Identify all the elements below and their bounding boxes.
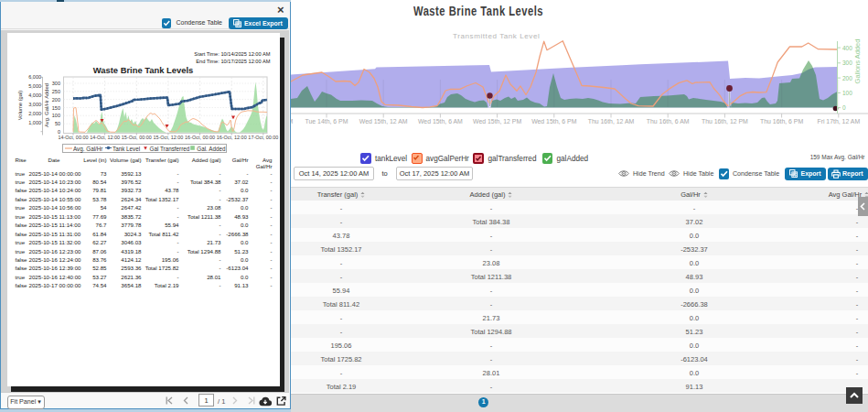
svg-text:Gallons Added: Gallons Added [853,39,862,84]
svg-text:100: 100 [842,90,852,96]
svg-text:200: 200 [51,97,59,103]
svg-text:50: 50 [54,121,59,126]
svg-text:6,000: 6,000 [28,74,41,80]
svg-text:4,000: 4,000 [28,92,41,98]
svg-text:300: 300 [842,60,852,66]
svg-text:0: 0 [842,104,846,111]
svg-text:Fri 17th, 12 AM: Fri 17th, 12 AM [817,118,860,125]
svg-text:1,000: 1,000 [28,120,41,125]
svg-text:3,000: 3,000 [28,102,41,107]
svg-text:Wed 15th, 12 PM: Wed 15th, 12 PM [473,118,521,125]
svg-text:Thu 16th, 6 AM: Thu 16th, 6 AM [647,118,690,125]
svg-text:Thu 16th, 12 PM: Thu 16th, 12 PM [702,118,748,125]
svg-text:Volume (gal): Volume (gal) [16,91,22,121]
svg-text:Avg. Gal/Hr Added: Avg. Gal/Hr Added [44,83,49,127]
svg-text:250: 250 [51,89,59,94]
svg-text:Thu 16th, 6 PM: Thu 16th, 6 PM [760,118,803,125]
svg-text:Tue 14th, 6 PM: Tue 14th, 6 PM [305,118,348,125]
svg-text:Thu 16th, 12 AM: Thu 16th, 12 AM [588,118,635,125]
svg-text:Wed 15th, 6 PM: Wed 15th, 6 PM [531,118,577,125]
svg-text:Wed 15th, 12 AM: Wed 15th, 12 AM [359,118,408,125]
svg-text:200: 200 [842,75,852,81]
svg-text:300: 300 [51,81,59,86]
svg-text:5,000: 5,000 [28,83,41,89]
svg-text:Wed 15th, 6 AM: Wed 15th, 6 AM [418,118,463,125]
svg-text:150: 150 [51,105,59,111]
svg-text:2,000: 2,000 [28,111,41,116]
svg-text:100: 100 [51,113,59,118]
svg-text:400: 400 [842,45,852,51]
